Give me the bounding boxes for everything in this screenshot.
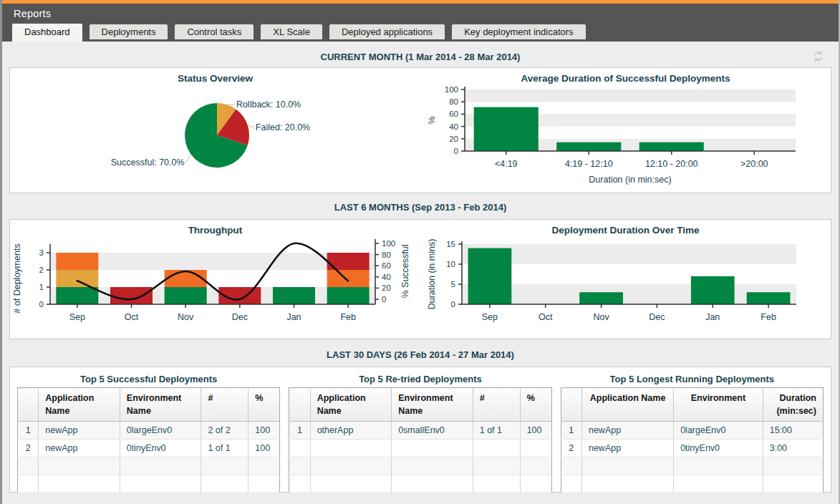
svg-text:Rollback: 10.0%: Rollback: 10.0% — [236, 100, 301, 110]
duration-over-time-title: Deployment Duration Over Time — [420, 220, 831, 237]
table-cell — [520, 457, 551, 475]
table-cell: newApp — [581, 440, 673, 457]
table-cell — [473, 440, 520, 457]
table-cell — [674, 475, 763, 493]
duration-over-time-chart: Deployment Duration Over Time 051015SepO… — [420, 220, 831, 339]
table-cell: 100 — [248, 440, 280, 457]
table-cell — [39, 457, 120, 475]
table-cell — [120, 475, 201, 493]
tab-xl-scale[interactable]: XL Scale — [261, 24, 322, 39]
svg-text:Dec: Dec — [232, 312, 248, 322]
table-cell — [763, 457, 823, 475]
table-cell — [18, 457, 39, 475]
table-cell: 1 of 1 — [473, 422, 520, 440]
table-cell: 1 — [289, 422, 310, 440]
app-window: Reports Dashboard Deployments Control ta… — [0, 0, 840, 504]
table-cell — [201, 457, 248, 475]
svg-text:Dec: Dec — [649, 312, 665, 322]
table-cell — [520, 440, 551, 457]
table-cell — [18, 475, 39, 493]
tab-control-tasks[interactable]: Control tasks — [175, 24, 254, 39]
longest-running-deployments-table: Application NameEnvironmentDuration (min… — [561, 387, 824, 493]
table-cell — [39, 475, 120, 493]
table-row — [289, 457, 551, 475]
status-overview-canvas: Rollback: 10.0%Failed: 20.0%Successful: … — [10, 85, 420, 195]
svg-text:Duration (in mins): Duration (in mins) — [427, 239, 437, 310]
svg-text:10: 10 — [446, 260, 455, 268]
table-cell: 100 — [248, 422, 280, 440]
table-row: 2newApp0tinyEnv01 of 1100 — [18, 440, 280, 457]
refresh-button[interactable] — [810, 50, 826, 64]
svg-text:Nov: Nov — [178, 312, 194, 322]
column-header — [18, 388, 39, 422]
svg-text:Oct: Oct — [539, 312, 553, 322]
retried-deployments-card: Top 5 Re-tried Deployments Application N… — [289, 372, 551, 488]
title-bar: Reports — [2, 4, 839, 24]
section-title-last-6-months: LAST 6 MONTHS (Sep 2013 - Feb 2014) — [334, 202, 507, 213]
svg-text:>20:00: >20:00 — [740, 159, 768, 169]
svg-text:Nov: Nov — [593, 312, 609, 322]
table-cell — [310, 457, 392, 475]
column-header: Environment Name — [120, 388, 201, 422]
svg-text:Failed: 20.0%: Failed: 20.0% — [256, 122, 310, 132]
table-cell — [473, 457, 520, 475]
throughput-canvas: 0123020406080100SepOctNovDecJanFeb# of D… — [10, 237, 420, 341]
avg-duration-title: Average Duration of Successful Deploymen… — [420, 68, 831, 85]
svg-text:Sep: Sep — [482, 312, 498, 322]
table-cell: 0smallEnv0 — [392, 422, 473, 440]
table-cell: 1 — [561, 422, 581, 440]
table-cell: newApp — [581, 422, 673, 440]
panel-last-30-days: Top 5 Successful Deployments Application… — [9, 367, 831, 493]
svg-text:20: 20 — [449, 135, 458, 143]
svg-text:80: 80 — [382, 251, 391, 259]
svg-text:100: 100 — [445, 85, 458, 94]
svg-text:60: 60 — [382, 261, 391, 270]
table-cell: 100 — [520, 422, 551, 440]
table-cell — [392, 440, 473, 457]
table-cell — [520, 475, 551, 493]
table-cell: 0largeEnv0 — [120, 422, 201, 440]
column-header: Application Name — [39, 388, 120, 422]
refresh-icon — [812, 50, 824, 62]
table-cell: 0tinyEnv0 — [674, 440, 763, 457]
column-header — [561, 388, 581, 422]
table-cell: 0tinyEnv0 — [120, 440, 201, 457]
successful-deployments-title: Top 5 Successful Deployments — [17, 372, 280, 387]
avg-duration-svg: 020406080100<4:194:19 - 12:1012:10 - 20:… — [420, 85, 832, 193]
table-row — [18, 475, 280, 493]
svg-text:15: 15 — [446, 240, 455, 248]
svg-text:4:19 - 12:10: 4:19 - 12:10 — [565, 159, 613, 169]
svg-text:2: 2 — [39, 266, 44, 274]
svg-text:Sep: Sep — [69, 312, 85, 322]
svg-text:12:10 - 20:00: 12:10 - 20:00 — [645, 159, 698, 169]
column-header: # — [201, 388, 248, 422]
table-row: 2newApp0tinyEnv03:00 — [561, 440, 823, 457]
table-row: 1otherApp0smallEnv01 of 1100 — [289, 422, 551, 440]
throughput-svg: 0123020406080100SepOctNovDecJanFeb# of D… — [10, 237, 422, 338]
table-cell: 0largeEnv0 — [674, 422, 763, 440]
svg-text:0: 0 — [454, 147, 458, 155]
svg-text:Successful: 70.0%: Successful: 70.0% — [111, 158, 185, 168]
column-header: # — [473, 388, 520, 422]
throughput-title: Throughput — [10, 220, 420, 237]
table-cell — [289, 475, 310, 493]
table-row — [18, 457, 280, 475]
svg-text:Jan: Jan — [705, 312, 720, 322]
table-cell: 1 — [18, 422, 39, 440]
tab-dashboard[interactable]: Dashboard — [12, 24, 82, 42]
section-header-current-month: CURRENT MONTH (1 Mar 2014 - 28 Mar 2014) — [9, 50, 831, 64]
tab-deployed-applications[interactable]: Deployed applications — [329, 24, 445, 39]
duration-over-time-svg: 051015SepOctNovDecJanFebDuration (in min… — [420, 237, 832, 338]
table-row: 1newApp0largeEnv02 of 2100 — [18, 422, 280, 440]
section-title-current-month: CURRENT MONTH (1 Mar 2014 - 28 Mar 2014) — [321, 52, 521, 62]
table-cell: 15:00 — [763, 422, 823, 440]
svg-text:0: 0 — [451, 300, 455, 309]
svg-text:%: % — [427, 116, 437, 124]
retried-deployments-table: Application NameEnvironment Name#%1other… — [289, 387, 551, 493]
successful-deployments-card: Top 5 Successful Deployments Application… — [17, 372, 280, 488]
column-header: Environment — [674, 388, 763, 422]
svg-text:Feb: Feb — [761, 312, 776, 322]
avg-duration-chart: Average Duration of Successful Deploymen… — [420, 68, 831, 193]
tab-deployments[interactable]: Deployments — [90, 24, 168, 39]
tab-key-deployment-indicators[interactable]: Key deployment indicators — [452, 24, 585, 39]
